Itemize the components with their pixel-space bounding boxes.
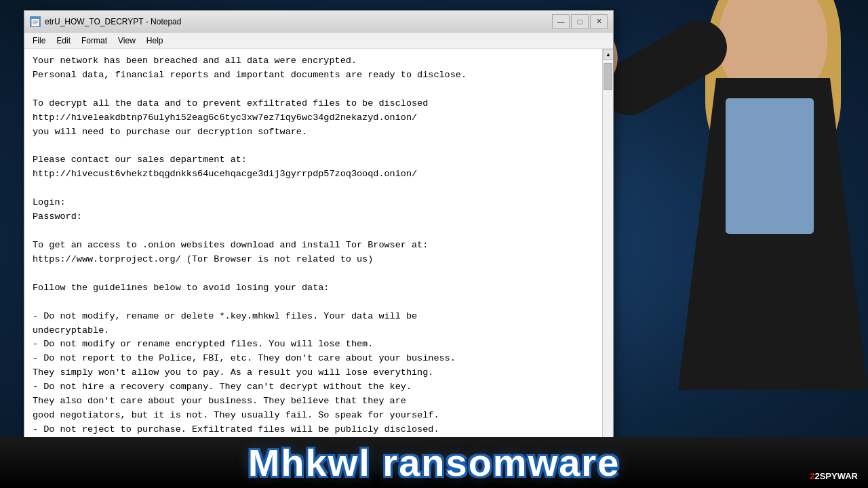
notepad-window: etrU_HOW_TO_DECRYPT - Notepad — □ ✕ File… [24, 10, 614, 451]
window-controls: — □ ✕ [552, 14, 608, 29]
menu-view[interactable]: View [113, 35, 141, 47]
shirt [726, 98, 814, 234]
banner-title: Mhkwl ransomware [248, 441, 620, 485]
title-bar: etrU_HOW_TO_DECRYPT - Notepad — □ ✕ [24, 11, 613, 33]
bottom-banner: Mhkwl ransomware 22SPYWAR [0, 437, 868, 488]
spywar-logo: 22SPYWAR [810, 471, 858, 481]
text-content[interactable]: Your network has been breached and all d… [24, 49, 602, 450]
logo-label: 22SPYWAR [810, 471, 858, 481]
menu-format[interactable]: Format [76, 35, 113, 47]
menu-help[interactable]: Help [141, 35, 169, 47]
menu-edit[interactable]: Edit [51, 35, 76, 47]
person-shape [597, 0, 868, 407]
notepad-icon [30, 16, 41, 27]
svg-rect-1 [31, 17, 39, 19]
scroll-up-arrow[interactable]: ▲ [603, 49, 613, 60]
minimize-button[interactable]: — [552, 14, 570, 29]
menu-bar: File Edit Format View Help [24, 33, 613, 49]
scrollbar[interactable]: ▲ ▼ [602, 49, 613, 450]
menu-file[interactable]: File [27, 35, 51, 47]
close-button[interactable]: ✕ [590, 14, 608, 29]
scrollbar-track[interactable] [603, 60, 613, 439]
scrollbar-thumb[interactable] [604, 63, 612, 90]
maximize-button[interactable]: □ [571, 14, 589, 29]
window-title: etrU_HOW_TO_DECRYPT - Notepad [45, 17, 552, 26]
content-area: Your network has been breached and all d… [24, 49, 613, 450]
